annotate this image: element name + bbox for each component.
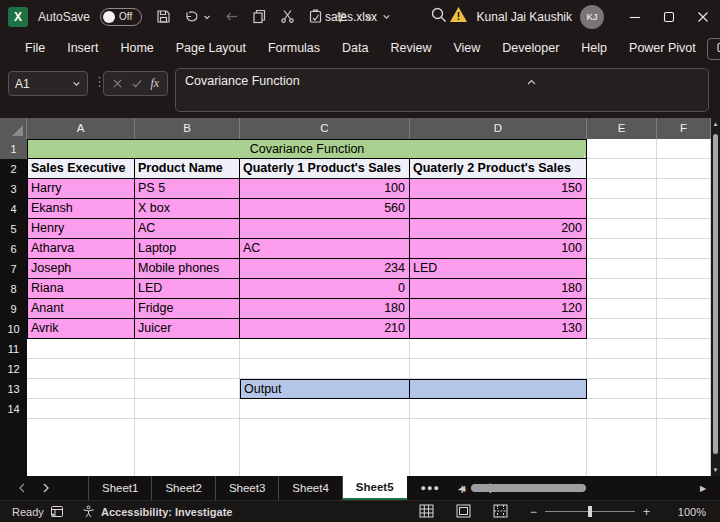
collapse-formula-bar-icon[interactable] (526, 73, 537, 91)
cell-b10[interactable]: Juicer (135, 319, 240, 339)
sheet-tab-sheet2[interactable]: Sheet2 (152, 476, 215, 500)
cell-c10[interactable]: 210 (240, 319, 410, 339)
zoom-out-icon[interactable]: − (530, 505, 537, 519)
undo-icon[interactable] (184, 9, 199, 24)
row-header-11[interactable]: 11 (0, 339, 27, 359)
cell-f7[interactable] (657, 259, 711, 279)
cut-icon[interactable] (280, 9, 295, 24)
row-header-7[interactable]: 7 (0, 259, 27, 279)
cell-e7[interactable] (587, 259, 657, 279)
macro-record-icon[interactable] (50, 505, 64, 518)
zoom-slider-handle[interactable] (588, 506, 592, 517)
cell-a10[interactable]: Avrik (27, 319, 135, 339)
accessibility-status[interactable]: Accessibility: Investigate (82, 505, 232, 518)
cell-c9[interactable]: 180 (240, 299, 410, 319)
row-header-1[interactable]: 1 (0, 139, 27, 159)
tab-page-layout[interactable]: Page Layout (165, 33, 257, 64)
cell-f13[interactable] (657, 379, 711, 399)
cell-e10[interactable] (587, 319, 657, 339)
cell-d8[interactable]: 180 (410, 279, 587, 299)
cell-f2[interactable] (657, 159, 711, 179)
tab-data[interactable]: Data (331, 33, 379, 64)
all-sheets-icon[interactable]: ●●● (421, 483, 440, 493)
cell-b13[interactable] (135, 379, 240, 399)
cell-d9[interactable]: 120 (410, 299, 587, 319)
cell-f6[interactable] (657, 239, 711, 259)
minimize-button[interactable] (618, 0, 652, 33)
tab-help[interactable]: Help (570, 33, 618, 64)
scroll-up-icon[interactable]: ▲ (711, 118, 720, 130)
cell-c7[interactable]: 234 (240, 259, 410, 279)
vertical-scroll-thumb[interactable] (713, 134, 718, 454)
column-header-d[interactable]: D (410, 118, 587, 139)
cell-a2[interactable]: Sales Executive (27, 159, 135, 179)
page-layout-view-icon[interactable] (456, 504, 471, 520)
cell-b11[interactable] (135, 339, 240, 359)
row-header-8[interactable]: 8 (0, 279, 27, 299)
tab-power-pivot[interactable]: Power Pivot (618, 33, 707, 64)
cell-c13-output[interactable]: Output (240, 379, 410, 399)
cell-c12[interactable] (240, 359, 410, 379)
cell-e1[interactable] (587, 139, 657, 159)
sheet-tab-sheet3[interactable]: Sheet3 (216, 476, 279, 500)
cell-d14[interactable] (410, 399, 587, 419)
maximize-button[interactable] (652, 0, 686, 33)
cell-e6[interactable] (587, 239, 657, 259)
sheet-tab-sheet1[interactable]: Sheet1 (88, 476, 152, 500)
cell-a4[interactable]: Ekansh (27, 199, 135, 219)
cell-e12[interactable] (587, 359, 657, 379)
formula-input[interactable]: Covariance Function (175, 68, 709, 112)
account-name[interactable]: Kunal Jai Kaushik (477, 10, 572, 24)
cell-a5[interactable]: Henry (27, 219, 135, 239)
tab-formulas[interactable]: Formulas (257, 33, 331, 64)
cell-e2[interactable] (587, 159, 657, 179)
cell-b2[interactable]: Product Name (135, 159, 240, 179)
row-header-9[interactable]: 9 (0, 299, 27, 319)
row-header-4[interactable]: 4 (0, 199, 27, 219)
cell-c5[interactable] (240, 219, 410, 239)
close-button[interactable] (686, 0, 720, 33)
fill-handle[interactable] (584, 156, 587, 159)
cell-f1[interactable] (657, 139, 711, 159)
cell-f4[interactable] (657, 199, 711, 219)
row-header-5[interactable]: 5 (0, 219, 27, 239)
horizontal-scrollbar[interactable]: ◀ ▶ (455, 476, 710, 500)
cell-c4[interactable]: 560 (240, 199, 410, 219)
tab-review[interactable]: Review (379, 33, 442, 64)
cell-d13[interactable] (410, 379, 587, 399)
cell-b3[interactable]: PS 5 (135, 179, 240, 199)
cell-d12[interactable] (410, 359, 587, 379)
zoom-in-icon[interactable]: + (643, 505, 650, 519)
scroll-right-icon[interactable]: ▶ (696, 484, 710, 493)
cell-d10[interactable]: 130 (410, 319, 587, 339)
avatar[interactable]: KJ (580, 5, 604, 29)
comments-button[interactable]: Comments (707, 38, 720, 60)
cell-a12[interactable] (27, 359, 135, 379)
cell-f3[interactable] (657, 179, 711, 199)
cell-f10[interactable] (657, 319, 711, 339)
tab-view[interactable]: View (442, 33, 491, 64)
cell-f9[interactable] (657, 299, 711, 319)
cell-c11[interactable] (240, 339, 410, 359)
cell-e5[interactable] (587, 219, 657, 239)
cell-a6[interactable]: Atharva (27, 239, 135, 259)
cell-b7[interactable]: Mobile phones (135, 259, 240, 279)
search-icon[interactable] (430, 6, 448, 28)
cell-e4[interactable] (587, 199, 657, 219)
cell-b6[interactable]: Laptop (135, 239, 240, 259)
cell-d5[interactable]: 200 (410, 219, 587, 239)
enter-entry-icon[interactable] (131, 78, 143, 89)
cell-b5[interactable]: AC (135, 219, 240, 239)
cell-c14[interactable] (240, 399, 410, 419)
tab-file[interactable]: File (14, 33, 56, 64)
cell-d2[interactable]: Quaterly 2 Product's Sales (410, 159, 587, 179)
tab-home[interactable]: Home (109, 33, 164, 64)
select-all-button[interactable] (0, 118, 27, 139)
column-header-f[interactable]: F (657, 118, 711, 139)
cell-c2[interactable]: Quaterly 1 Product's Sales (240, 159, 410, 179)
cell-a1-merged-title[interactable]: Covariance Function (27, 139, 587, 159)
scroll-down-icon[interactable]: ▼ (711, 464, 720, 476)
paste-icon[interactable] (308, 9, 323, 24)
cell-d7[interactable]: LED (410, 259, 587, 279)
tab-insert[interactable]: Insert (56, 33, 109, 64)
